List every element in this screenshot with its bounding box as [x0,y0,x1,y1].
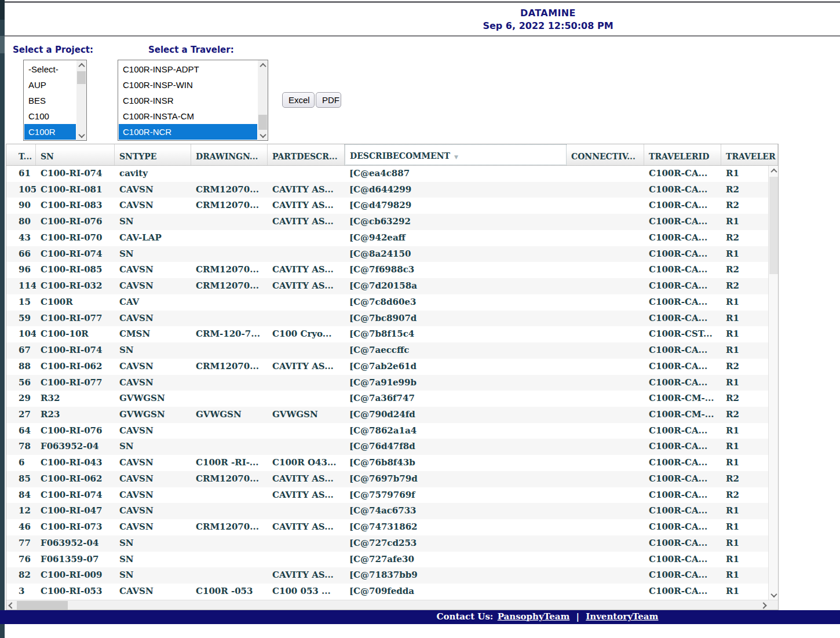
table-row[interactable]: 96C100-RI-085CAVSNCRM12070...CAVITY AS..… [6,262,768,278]
pansophy-team-link[interactable]: PansophyTeam [498,611,570,622]
project-option[interactable]: AUP [24,77,76,93]
column-header-sntype[interactable]: SNTYPE [115,144,191,165]
cell-t: 15 [6,294,36,311]
scroll-up-icon[interactable] [769,166,779,176]
table-row[interactable]: 56C100-RI-077CAVSN[C@7a91e99bC100R-CA...… [6,375,768,391]
traveler-option[interactable]: C100R-INSP-WIN [119,77,257,93]
table-row[interactable]: 12C100-RI-047CAVSN[C@74ac6733C100R-CA...… [6,503,768,519]
column-header-describecomment[interactable]: DESCRIBECOMMENT▼ [345,144,567,165]
table-row[interactable]: 6C100-RI-043CAVSNC100R -RI-...C100R O43.… [6,455,768,471]
traveler-list-scrollbar[interactable] [258,60,268,140]
traveler-options: C100R-INSP-ADPTC100R-INSP-WINC100R-INSRC… [119,61,257,140]
excel-button[interactable]: Excel [282,92,315,108]
table-row[interactable]: 84C100-RI-074CAVSNCAVITY AS...[C@7579769… [6,487,768,504]
cell-sntype: SN [115,246,191,263]
table-row[interactable]: 3C100-RI-053CAVSNC100R -053C100 053 ...[… [6,584,768,600]
cell-t: 80 [6,214,36,230]
cell-sntype: CAVSN [115,423,191,439]
cell-sntype: SN [115,552,191,568]
cell-travelerid: C100R-CA... [644,455,721,471]
cell-traveler: R2 [721,359,768,375]
table-row[interactable]: 76F061359-07SN[C@727afe30C100R-CA...R1 [6,552,768,568]
project-option[interactable]: -Select- [24,61,76,77]
cell-drawingno: CRM12070... [191,198,268,214]
cell-partdescr: C100 Cryo... [268,326,345,342]
traveler-option[interactable]: C100R-INSR [119,93,257,108]
column-header-label: SNTYPE [119,152,157,161]
table-row[interactable]: 104C100-10RCMSNCRM-120-7...C100 Cryo...[… [6,326,768,342]
table-row[interactable]: 77F063952-04SN[C@727cd253C100R-CA...R1 [6,535,768,552]
table-row[interactable]: 80C100-RI-076SNCAVITY AS...[C@cb63292C10… [6,214,768,230]
cell-drawingno: C100R -RI-... [191,455,268,471]
cell-partdescr: CAVITY AS... [268,182,345,198]
cell-connectiv [567,391,644,407]
table-row[interactable]: 88C100-RI-062CAVSNCRM12070...CAVITY AS..… [6,359,768,375]
traveler-option[interactable]: C100R-INSP-ADPT [119,61,257,77]
cell-drawingno: CRM12070... [191,278,268,294]
table-row[interactable]: 66C100-RI-074SN[C@8a24150C100R-CA...R1 [6,246,768,263]
table-row[interactable]: 46C100-RI-073CAVSNCRM12070...CAVITY AS..… [6,519,768,535]
scroll-down-icon[interactable] [258,130,268,140]
scrollbar-thumb[interactable] [17,601,68,610]
table-row[interactable]: 114C100-RI-032CAVSNCRM12070...CAVITY AS.… [6,278,768,294]
inventory-team-link[interactable]: InventoryTeam [586,611,658,622]
project-option[interactable]: C100R [24,124,76,140]
cell-t: 46 [6,519,36,535]
table-row[interactable]: 61C100-RI-074cavity[C@ea4c887C100R-CA...… [6,166,768,182]
scroll-up-icon[interactable] [76,60,86,70]
cell-t: 64 [6,423,36,439]
cell-partdescr [268,439,345,455]
cell-travelerid: C100R-CST... [644,326,721,342]
scrollbar-thumb[interactable] [77,71,86,84]
scroll-right-icon[interactable] [758,600,768,610]
table-header-row: T...SNSNTYPEDRAWINGN...PARTDESCR...DESCR… [6,144,778,166]
table-row[interactable]: 59C100-RI-077CAVSN[C@7bc8907dC100R-CA...… [6,311,768,327]
table-row[interactable]: 85C100-RI-062CAVSNCRM12070...CAVITY AS..… [6,471,768,487]
column-header-t[interactable]: T... [6,144,36,165]
column-header-traveler[interactable]: TRAVELER [721,144,778,165]
cell-travelerid: C100R-CM-... [644,391,721,407]
cell-sntype: CAVSN [115,471,191,487]
cell-describecomment: [C@7697b79d [345,471,567,487]
cell-connectiv [567,278,644,294]
cell-describecomment: [C@7ab2e61d [345,359,567,375]
scroll-down-icon[interactable] [769,590,779,600]
scroll-left-icon[interactable] [6,600,16,610]
column-header-travelerid[interactable]: TRAVELERID [644,144,721,165]
cell-t: 104 [6,326,36,342]
project-option[interactable]: BES [24,93,76,108]
table-row[interactable]: 67C100-RI-074SN[C@7aeccffcC100R-CA...R1 [6,342,768,359]
table-row[interactable]: 78F063952-04SN[C@76d47f8dC100R-CA...R1 [6,439,768,455]
column-header-drawingno[interactable]: DRAWINGN... [191,144,268,165]
table-row[interactable]: 82C100-RI-009SNCAVITY AS...[C@71837bb9C1… [6,567,768,584]
cell-t: 96 [6,262,36,278]
table-row[interactable]: 15C100RCAV[C@7c8d60e3C100R-CA...R1 [6,294,768,311]
table-row[interactable]: 105C100-RI-081CAVSNCRM12070...CAVITY AS.… [6,182,768,198]
traveler-option[interactable]: C100R-NCR [119,124,257,140]
table-row[interactable]: 29R32GVWGSN[C@7a36f747C100R-CM-...R2 [6,391,768,407]
cell-describecomment: [C@7bc8907d [345,311,567,327]
cell-traveler: R1 [721,375,768,391]
pdf-button[interactable]: PDF [316,92,341,108]
scrollbar-thumb[interactable] [258,115,267,130]
table-row[interactable]: 43C100-RI-070CAV-LAP[C@942eaffC100R-CA..… [6,230,768,246]
column-header-partdescr[interactable]: PARTDESCR... [268,144,345,165]
cell-traveler: R2 [721,391,768,407]
traveler-listbox[interactable]: C100R-INSP-ADPTC100R-INSP-WINC100R-INSRC… [118,60,268,141]
cell-describecomment: [C@71837bb9 [345,567,567,584]
cell-drawingno [191,166,268,182]
project-option[interactable]: C100 [24,108,76,124]
traveler-option[interactable]: C100R-INSTA-CM [119,108,257,124]
project-listbox[interactable]: -Select-AUPBESC100C100R [23,60,87,141]
scroll-up-icon[interactable] [258,60,268,70]
table-vertical-scrollbar[interactable] [768,166,778,600]
scroll-down-icon[interactable] [76,130,86,140]
table-row[interactable]: 27R23GVWGSNGVWGSNGVWGSN[C@790d24fdC100R-… [6,407,768,423]
column-header-connectiv[interactable]: CONNECTIV... [567,144,644,165]
table-horizontal-scrollbar[interactable] [6,600,778,610]
column-header-sn[interactable]: SN [36,144,115,165]
table-row[interactable]: 90C100-RI-083CAVSNCRM12070...CAVITY AS..… [6,198,768,214]
project-list-scrollbar[interactable] [76,60,86,140]
scrollbar-thumb[interactable] [769,177,778,274]
table-row[interactable]: 64C100-RI-076CAVSN[C@7862a1a4C100R-CA...… [6,423,768,439]
